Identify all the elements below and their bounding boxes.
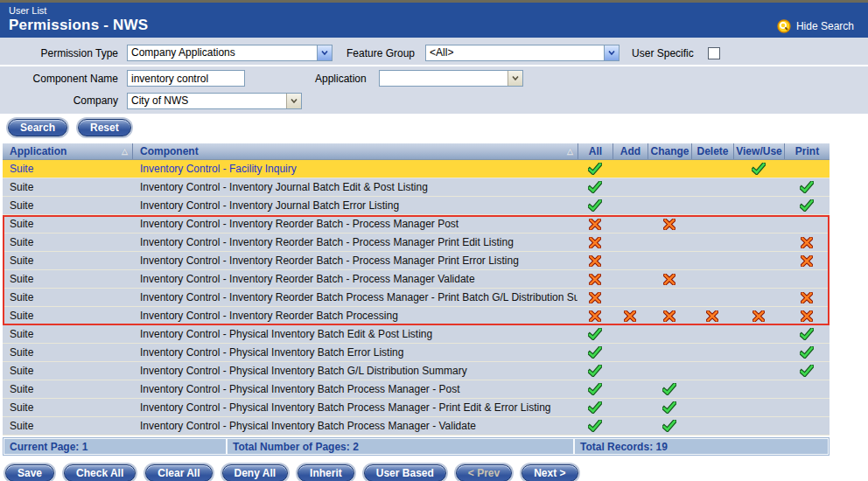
perm-cell-all[interactable] — [578, 380, 612, 398]
allow-check-icon[interactable] — [662, 420, 676, 432]
allow-check-icon[interactable] — [588, 163, 602, 175]
application-select[interactable] — [379, 70, 523, 87]
perm-cell-add[interactable] — [612, 270, 648, 288]
perm-cell-view-use[interactable] — [733, 289, 784, 306]
perm-cell-delete[interactable] — [691, 399, 733, 416]
perm-cell-delete[interactable] — [691, 344, 733, 361]
perm-cell-change[interactable] — [648, 417, 691, 435]
deny-x-icon[interactable] — [663, 310, 676, 322]
perm-cell-delete[interactable] — [691, 178, 733, 196]
table-row[interactable]: SuiteInventory Control - Facility Inquir… — [3, 160, 830, 178]
allow-check-icon[interactable] — [588, 420, 602, 432]
perm-cell-view-use[interactable] — [733, 270, 784, 288]
column-header-view-use[interactable]: View/Use — [733, 143, 784, 159]
perm-cell-delete[interactable] — [691, 289, 733, 306]
perm-cell-add[interactable] — [612, 362, 648, 380]
table-row[interactable]: SuiteInventory Control - Inventory Reord… — [3, 289, 830, 307]
perm-cell-change[interactable] — [648, 307, 691, 324]
perm-cell-change[interactable] — [648, 160, 691, 178]
perm-cell-delete[interactable] — [691, 325, 733, 343]
perm-cell-print[interactable] — [784, 362, 830, 380]
perm-cell-delete[interactable] — [691, 362, 733, 380]
deny-x-icon[interactable] — [752, 310, 765, 322]
deny-x-icon[interactable] — [663, 274, 676, 285]
perm-cell-print[interactable] — [784, 417, 830, 435]
perm-cell-print[interactable] — [784, 380, 830, 398]
deny-x-icon[interactable] — [624, 310, 636, 322]
column-header-add[interactable]: Add — [612, 143, 648, 159]
company-select[interactable]: City of NWS — [127, 93, 302, 109]
column-header-all[interactable]: All — [578, 143, 612, 159]
perm-cell-print[interactable] — [784, 344, 830, 361]
perm-cell-all[interactable] — [578, 234, 612, 251]
perm-cell-change[interactable] — [648, 399, 691, 416]
deny-x-icon[interactable] — [801, 255, 813, 267]
perm-cell-change[interactable] — [648, 252, 691, 269]
allow-check-icon[interactable] — [800, 365, 814, 377]
perm-cell-add[interactable] — [612, 344, 648, 361]
column-header-change[interactable]: Change — [648, 143, 691, 159]
perm-cell-all[interactable] — [578, 344, 612, 361]
deny-x-icon[interactable] — [589, 292, 601, 303]
search-button[interactable]: Search — [8, 119, 67, 136]
table-row[interactable]: SuiteInventory Control - Physical Invent… — [3, 325, 830, 344]
table-row[interactable]: SuiteInventory Control - Inventory Journ… — [3, 178, 830, 197]
deny-x-icon[interactable] — [663, 219, 676, 230]
allow-check-icon[interactable] — [588, 401, 602, 414]
perm-cell-delete[interactable] — [691, 270, 733, 288]
prev-button[interactable]: < Prev — [456, 464, 512, 481]
perm-cell-change[interactable] — [648, 197, 691, 214]
perm-cell-print[interactable] — [784, 325, 830, 343]
perm-cell-view-use[interactable] — [733, 307, 784, 324]
deny-x-icon[interactable] — [801, 292, 813, 303]
perm-cell-change[interactable] — [648, 215, 691, 233]
chevron-down-icon[interactable] — [317, 45, 332, 60]
perm-cell-view-use[interactable] — [733, 362, 784, 380]
allow-check-icon[interactable] — [662, 401, 676, 414]
perm-cell-all[interactable] — [578, 325, 612, 343]
table-row[interactable]: SuiteInventory Control - Inventory Reord… — [3, 307, 830, 325]
perm-cell-add[interactable] — [612, 215, 648, 233]
perm-cell-print[interactable] — [784, 252, 830, 269]
perm-cell-all[interactable] — [578, 215, 612, 233]
component-name-input[interactable] — [127, 70, 245, 87]
deny-x-icon[interactable] — [589, 274, 601, 285]
table-row[interactable]: SuiteInventory Control - Physical Invent… — [3, 399, 830, 417]
table-row[interactable]: SuiteInventory Control - Physical Invent… — [3, 417, 830, 436]
chevron-down-icon[interactable] — [508, 71, 522, 86]
perm-cell-change[interactable] — [648, 234, 691, 251]
deny-x-icon[interactable] — [706, 310, 718, 322]
perm-cell-all[interactable] — [578, 160, 612, 178]
table-row[interactable]: SuiteInventory Control - Inventory Reord… — [3, 252, 830, 270]
perm-cell-change[interactable] — [648, 362, 691, 380]
table-row[interactable]: SuiteInventory Control - Physical Invent… — [3, 380, 830, 399]
perm-cell-delete[interactable] — [691, 252, 733, 269]
perm-cell-delete[interactable] — [691, 380, 733, 398]
allow-check-icon[interactable] — [800, 346, 814, 359]
perm-cell-view-use[interactable] — [733, 197, 784, 214]
feature-group-select[interactable]: <All> — [425, 45, 620, 61]
permission-type-select[interactable]: Company Applications — [127, 45, 332, 61]
perm-cell-print[interactable] — [784, 289, 830, 306]
perm-cell-all[interactable] — [578, 197, 612, 214]
perm-cell-add[interactable] — [612, 160, 648, 178]
deny-x-icon[interactable] — [801, 237, 813, 248]
perm-cell-view-use[interactable] — [733, 399, 784, 416]
perm-cell-all[interactable] — [578, 417, 612, 435]
perm-cell-delete[interactable] — [691, 215, 733, 233]
perm-cell-add[interactable] — [612, 252, 648, 269]
allow-check-icon[interactable] — [800, 181, 814, 193]
perm-cell-add[interactable] — [612, 399, 648, 416]
perm-cell-all[interactable] — [578, 399, 612, 416]
allow-check-icon[interactable] — [752, 163, 766, 175]
user-based-button[interactable]: User Based — [364, 464, 446, 481]
table-row[interactable]: SuiteInventory Control - Physical Invent… — [3, 344, 830, 362]
reset-button[interactable]: Reset — [78, 119, 131, 136]
deny-x-icon[interactable] — [589, 255, 601, 267]
perm-cell-print[interactable] — [784, 234, 830, 251]
allow-check-icon[interactable] — [588, 365, 602, 377]
save-button[interactable]: Save — [5, 464, 54, 481]
perm-cell-print[interactable] — [784, 215, 830, 233]
perm-cell-delete[interactable] — [691, 197, 733, 214]
perm-cell-print[interactable] — [784, 307, 830, 324]
